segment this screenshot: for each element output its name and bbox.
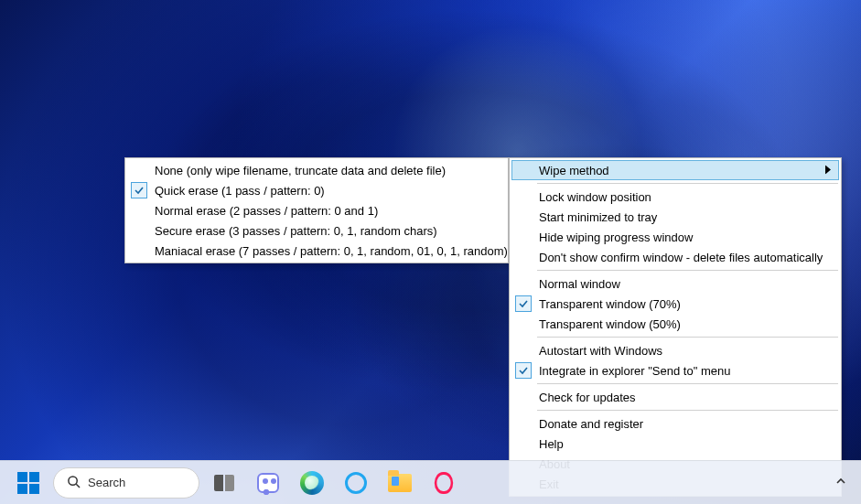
menu-item-label: Autostart with Windows: [539, 344, 662, 358]
system-tray: [835, 476, 852, 489]
menu-item-label: Hide wiping progress window: [539, 231, 693, 244]
menu-integrate-send-to[interactable]: Integrate in explorer "Send to" menu: [511, 360, 839, 381]
menu-item-label: Lock window position: [539, 190, 651, 204]
menu-item-label: Maniacal erase (7 passes / pattern: 0, 1…: [155, 244, 508, 258]
menu-item-label: Secure erase (3 passes / pattern: 0, 1, …: [155, 224, 437, 238]
svg-line-1: [76, 484, 80, 488]
check-slot: [131, 162, 147, 178]
menu-item-label: Integrate in explorer "Send to" menu: [539, 364, 730, 378]
svg-point-0: [69, 476, 77, 484]
edge-button[interactable]: [293, 466, 331, 500]
menu-item-label: Donate and register: [539, 417, 643, 431]
menu-item-label: Quick erase (1 pass / pattern: 0): [155, 184, 325, 198]
menu-autostart-windows[interactable]: Autostart with Windows: [511, 340, 839, 360]
menu-separator: [537, 383, 838, 384]
wipe-option-maniacal[interactable]: Maniacal erase (7 passes / pattern: 0, 1…: [127, 241, 506, 261]
tray-overflow-button[interactable]: [835, 476, 846, 489]
checkmark-icon: [515, 295, 532, 312]
menu-item-label: Help: [539, 437, 564, 451]
menu-normal-window[interactable]: Normal window: [511, 273, 839, 294]
check-slot: [131, 242, 147, 259]
search-label: Search: [88, 476, 125, 489]
menu-separator: [537, 183, 838, 184]
windows-logo-icon: [17, 472, 39, 494]
menu-hide-progress-window[interactable]: Hide wiping progress window: [511, 227, 839, 247]
menu-item-label: Wipe method: [539, 164, 609, 177]
menu-item-label: Check for updates: [539, 391, 636, 404]
menu-start-minimized[interactable]: Start minimized to tray: [511, 207, 839, 227]
task-view-button[interactable]: [205, 466, 243, 500]
menu-separator: [537, 410, 838, 411]
wipe-option-none[interactable]: None (only wipe filename, truncate data …: [127, 160, 506, 180]
menu-item-label: Normal window: [539, 277, 620, 291]
menu-transparent-50[interactable]: Transparent window (50%): [511, 314, 839, 334]
menu-item-label: Transparent window (70%): [539, 297, 681, 311]
checkmark-icon: [131, 182, 147, 198]
menu-item-label: Don't show confirm window - delete files…: [539, 251, 823, 264]
menu-separator: [537, 337, 838, 338]
folder-icon: [388, 474, 412, 492]
check-slot: [131, 222, 147, 239]
check-slot: [515, 295, 532, 312]
menu-item-label: None (only wipe filename, truncate data …: [155, 164, 446, 177]
menu-help[interactable]: Help: [511, 434, 839, 454]
menu-item-label: Transparent window (50%): [539, 317, 681, 331]
menu-wipe-method[interactable]: Wipe method: [511, 160, 839, 180]
check-slot: [515, 362, 532, 379]
submenu-arrow-icon: [825, 164, 831, 177]
menu-lock-window-position[interactable]: Lock window position: [511, 187, 839, 207]
chat-icon: [257, 473, 279, 493]
opera-button[interactable]: [425, 466, 463, 500]
check-slot: [131, 182, 147, 198]
tray-context-menu: Wipe method Lock window position Start m…: [509, 157, 842, 497]
search-icon: [67, 475, 81, 491]
taskbar-search[interactable]: Search: [53, 467, 199, 499]
file-explorer-button[interactable]: [381, 466, 419, 500]
check-slot: [131, 202, 147, 219]
wipe-option-normal[interactable]: Normal erase (2 passes / pattern: 0 and …: [127, 200, 506, 220]
start-button[interactable]: [9, 466, 48, 500]
chat-button[interactable]: [249, 466, 287, 500]
checkmark-icon: [515, 362, 532, 379]
wipe-method-submenu: None (only wipe filename, truncate data …: [124, 157, 509, 263]
wipe-option-secure[interactable]: Secure erase (3 passes / pattern: 0, 1, …: [127, 220, 506, 241]
edge-icon: [300, 471, 324, 495]
menu-item-label: Normal erase (2 passes / pattern: 0 and …: [155, 204, 378, 218]
menu-no-confirm-window[interactable]: Don't show confirm window - delete files…: [511, 247, 839, 267]
wipe-option-quick[interactable]: Quick erase (1 pass / pattern: 0): [127, 180, 506, 200]
menu-item-label: Start minimized to tray: [539, 210, 657, 224]
menu-donate-register[interactable]: Donate and register: [511, 413, 839, 434]
cortana-button[interactable]: [337, 466, 375, 500]
task-view-icon: [214, 475, 234, 491]
opera-icon: [435, 472, 453, 494]
menu-separator: [537, 270, 838, 271]
cortana-icon: [345, 472, 367, 494]
menu-check-updates[interactable]: Check for updates: [511, 387, 839, 407]
menu-transparent-70[interactable]: Transparent window (70%): [511, 294, 839, 314]
taskbar: Search: [0, 460, 861, 504]
